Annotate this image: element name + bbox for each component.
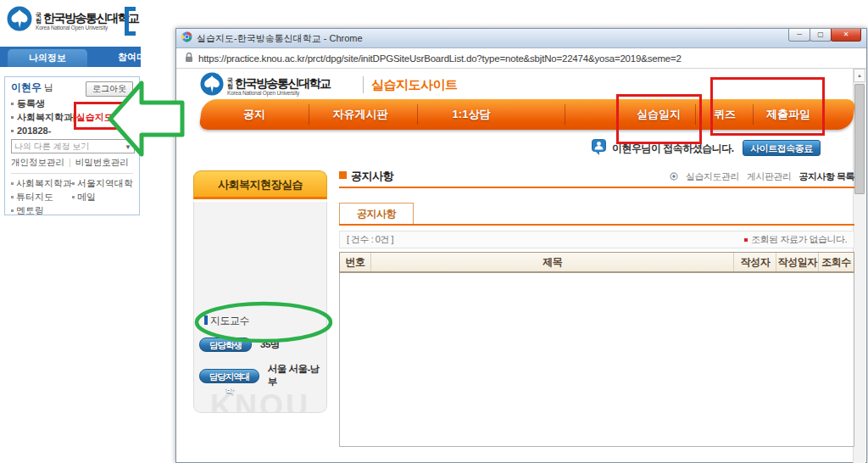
chrome-icon — [181, 31, 192, 46]
bracket-shape — [125, 7, 136, 36]
tab-participation-partial[interactable]: 참여마 — [118, 51, 141, 64]
menu-link-mail[interactable]: 메일 — [72, 190, 133, 204]
user-department: 사회복지학과 — [17, 112, 73, 122]
menu-link-seoul-campus[interactable]: 서울지역대학 — [72, 176, 133, 190]
result-info-bar: [ 건수 : 0건 ] 조회된 자료가 없습니다. — [339, 231, 854, 248]
tab-my-info[interactable]: 나의정보 — [8, 49, 87, 67]
record-count: [ 건수 : 0건 ] — [347, 234, 393, 244]
notice-table-body-empty — [339, 273, 854, 447]
annotation-red-box-practice-link — [74, 102, 139, 130]
menu-link-mentoring[interactable]: 멘토링 — [11, 204, 72, 217]
logo-prefix: 국립 — [36, 12, 43, 24]
knou-watermark: KNOU — [194, 388, 326, 413]
menu-link-tutor[interactable]: 튜터지도 — [11, 190, 72, 204]
tab-underline — [339, 224, 854, 226]
breadcrumb: 실습지도관리 게시판관리 공지사항 목록 — [670, 170, 854, 183]
scroll-up-arrow[interactable]: ▲ — [854, 69, 865, 82]
lock-icon — [185, 51, 193, 66]
logo-english: Korea National Open University — [36, 25, 139, 31]
site-logo-icon — [200, 72, 224, 99]
red-bullet-icon — [744, 238, 748, 242]
site-exit-button[interactable]: 사이트접속종료 — [743, 140, 821, 156]
caret-down-icon: ▼ — [125, 141, 131, 153]
password-link[interactable]: 비밀번호관리 — [75, 157, 129, 167]
notice-table-header: 번호 제목 작성자 작성일자 조회수 — [339, 252, 854, 273]
assigned-students-value: 35명 — [260, 338, 280, 351]
logout-button[interactable]: 로그아웃 — [86, 81, 133, 97]
course-panel: 사회복지현장실습 지도교수 담당학생 35명 담당지역대학 서울 서울-남부 K… — [193, 170, 327, 413]
breadcrumb-item-board-mgmt[interactable]: 게시판관리 — [747, 170, 792, 183]
course-panel-body: 지도교수 담당학생 35명 담당지역대학 서울 서울-남부 KNOU — [193, 202, 327, 413]
maximize-button[interactable]: ▢ — [810, 29, 832, 42]
title-rule — [339, 187, 854, 188]
scrollbar[interactable]: ▲ — [853, 69, 865, 463]
knou-logo: 국립한국방송통신대학교 Korea National Open Universi… — [7, 6, 139, 35]
nav-free-board[interactable]: 자유게시판 — [333, 99, 388, 130]
address-bar[interactable]: https://practice.knou.ac.kr/prct/dpg/sit… — [176, 48, 866, 69]
window-title: 실습지도-한국방송통신대학교 - Chrome — [197, 32, 363, 45]
site-logo: 국립한국방송통신대학교 Korea National Open Universi… — [200, 72, 331, 99]
breadcrumb-icon — [670, 172, 678, 182]
breadcrumb-item-notice-list: 공지사항 목록 — [798, 170, 854, 183]
knou-logo-icon — [7, 6, 32, 35]
close-button[interactable]: ✕ — [831, 29, 861, 42]
column-number: 번호 — [340, 253, 370, 271]
course-panel-title: 사회복지현장실습 — [193, 170, 327, 199]
account-select[interactable]: 나의 다른 계정 보기 ▼ — [11, 139, 135, 153]
board-title: 공지사항 — [351, 169, 393, 184]
menu-link-social-welfare[interactable]: 사회복지학과 — [11, 176, 72, 190]
annotation-red-box-submit-files — [710, 77, 825, 136]
personal-info-link[interactable]: 개인정보관리 — [11, 157, 64, 167]
minimize-button[interactable]: ─ — [788, 29, 810, 42]
empty-message: 조회된 자료가 없습니다. — [751, 234, 847, 244]
tab-notice[interactable]: 공지사항 — [339, 203, 414, 224]
title-separator — [363, 76, 364, 93]
assigned-region-button[interactable]: 담당지역대학 — [199, 369, 259, 383]
annotation-red-box-practice-log — [616, 94, 702, 144]
nav-counseling[interactable]: 1:1상담 — [453, 99, 491, 130]
background-tab-bar: 나의정보 참여마 — [0, 47, 141, 67]
nav-notice[interactable]: 공지 — [243, 99, 265, 130]
column-title: 제목 — [370, 253, 734, 271]
url-text: https://practice.knou.ac.kr/prct/dpg/sit… — [198, 53, 682, 64]
column-views: 조회수 — [818, 253, 854, 271]
column-date: 작성일자 — [776, 253, 818, 271]
assigned-students-button[interactable]: 담당학생 — [199, 337, 252, 352]
assigned-region-value: 서울 서울-남부 — [268, 363, 326, 388]
divider — [11, 173, 133, 174]
professor-label[interactable]: 지도교수 — [204, 314, 249, 328]
browser-title-bar[interactable]: 실습지도-한국방송통신대학교 - Chrome ─ ▢ ✕ — [176, 29, 866, 48]
person-icon — [592, 139, 607, 159]
title-bullet-icon — [339, 171, 347, 179]
user-name-suffix: 님 — [44, 82, 53, 92]
breadcrumb-item-practice-mgmt[interactable]: 실습지도관리 — [686, 170, 739, 183]
site-title: 실습지도사이트 — [371, 77, 458, 93]
user-name: 이현우 — [11, 81, 42, 93]
column-author: 작성자 — [733, 253, 776, 271]
scrollbar-thumb[interactable] — [854, 84, 865, 194]
user-info-box: 이현우 님 로그아웃 등록생 사회복지학과[실습지도] 201828- 나의 다… — [4, 76, 140, 215]
